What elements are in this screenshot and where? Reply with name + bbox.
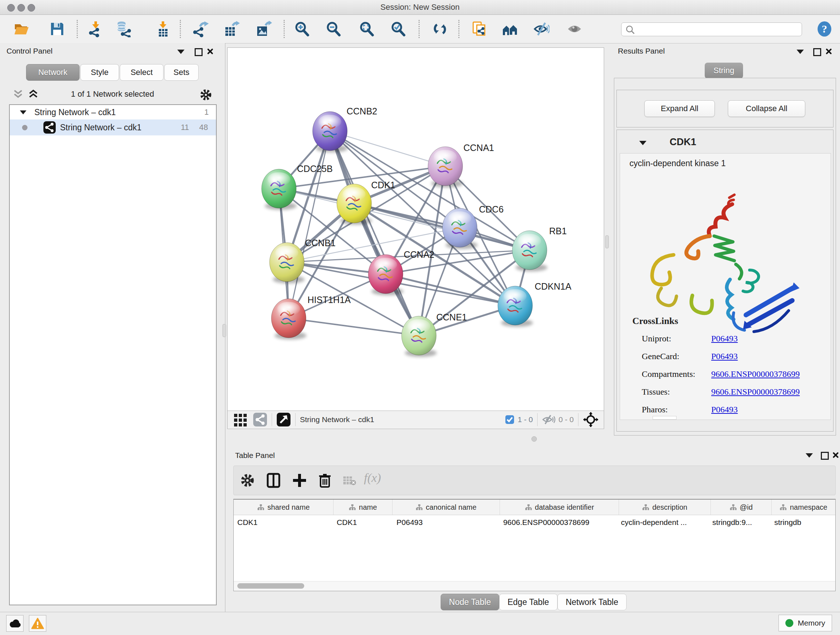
export-network-button[interactable]: [192, 21, 209, 37]
left-pane-divider-handle[interactable]: [223, 324, 226, 337]
results-panel-float-button[interactable]: [813, 48, 821, 57]
network-edge-CCNB2-CCNE1[interactable]: [330, 131, 419, 336]
control-panel-menu-button[interactable]: [177, 49, 185, 55]
table-settings-gear-icon[interactable]: [240, 472, 256, 488]
network-node-CDK1[interactable]: [337, 184, 372, 225]
cell-id[interactable]: stringdb:9...: [709, 518, 771, 527]
column-header-canonical-name[interactable]: canonical name: [393, 500, 500, 515]
zoom-fit-button[interactable]: [358, 21, 375, 37]
help-button[interactable]: ?: [816, 21, 833, 37]
function-builder-icon[interactable]: f(x): [364, 471, 396, 489]
tab-network[interactable]: Network: [26, 64, 80, 81]
cloud-status-button[interactable]: [6, 615, 24, 632]
control-panel-float-button[interactable]: [195, 48, 202, 57]
save-session-button[interactable]: [49, 21, 65, 37]
network-view-mode-icon[interactable]: [253, 412, 267, 427]
network-node-CCNE1[interactable]: [401, 316, 437, 357]
grid-view-icon[interactable]: [233, 412, 248, 427]
tab-style[interactable]: Style: [80, 64, 119, 81]
results-panel-menu-button[interactable]: [797, 49, 804, 55]
protein-name[interactable]: CDK1: [669, 136, 696, 148]
table-panel-float-button[interactable]: [821, 452, 829, 461]
import-network-from-file-button[interactable]: [87, 21, 104, 37]
column-header-database-identifier[interactable]: database identifier: [500, 500, 619, 515]
show-columns-icon[interactable]: [265, 472, 281, 488]
crosslink-genecard[interactable]: P06493: [711, 352, 800, 361]
network-node-CCNA1[interactable]: [428, 147, 463, 187]
tab-string[interactable]: String: [705, 63, 743, 79]
cell-namespace[interactable]: stringdb: [771, 518, 835, 527]
node-gloss: [448, 211, 471, 226]
network-edge-HIST1H1A-CCNE1[interactable]: [289, 318, 419, 336]
memory-button[interactable]: Memory: [778, 615, 832, 631]
scrollbar-thumb[interactable]: [237, 583, 304, 589]
network-node-CDC25B[interactable]: [262, 169, 297, 210]
delete-table-icon[interactable]: [343, 475, 356, 486]
column-header-name[interactable]: name: [333, 500, 393, 515]
warnings-button[interactable]: [29, 615, 46, 632]
network-node-CCNB1[interactable]: [270, 242, 305, 283]
apply-preferred-layout-button[interactable]: [431, 21, 448, 37]
horizontal-divider-handle[interactable]: [531, 436, 537, 442]
protein-expander-icon[interactable]: [639, 141, 646, 145]
first-neighbors-button[interactable]: [502, 21, 518, 37]
tab-network-table[interactable]: Network Table: [557, 594, 627, 610]
network-node-CCNB2[interactable]: [313, 111, 347, 152]
network-node-CCNA2[interactable]: [368, 255, 403, 295]
expand-all-button[interactable]: Expand All: [644, 100, 715, 117]
export-image-button[interactable]: [256, 21, 272, 37]
crosslink-uniprot[interactable]: P06493: [711, 334, 800, 344]
import-table-from-file-button[interactable]: [155, 21, 171, 37]
cell-name[interactable]: CDK1: [333, 518, 393, 527]
card-scrollbar[interactable]: [653, 416, 676, 420]
table-horizontal-scrollbar[interactable]: [234, 581, 835, 591]
crosshair-pan-icon[interactable]: [583, 412, 599, 428]
table-row[interactable]: CDK1 CDK1 P06493 9606.ENSP00000378699 cy…: [234, 515, 835, 530]
show-all-button[interactable]: [566, 21, 583, 37]
column-header-shared-name[interactable]: shared name: [234, 500, 333, 515]
open-session-button[interactable]: [13, 21, 30, 37]
crosslink-tissues[interactable]: 9606.ENSP00000378699: [711, 387, 800, 397]
selected-count-checkbox[interactable]: [505, 415, 514, 424]
cell-description[interactable]: cyclin-dependent ...: [617, 518, 709, 527]
network-options-gear-icon[interactable]: [200, 89, 212, 101]
crosslink-pharos[interactable]: P06493: [711, 405, 800, 415]
export-table-button[interactable]: [223, 21, 240, 37]
control-panel-close-button[interactable]: [206, 48, 213, 57]
delete-column-trash-icon[interactable]: [317, 472, 333, 488]
add-column-icon[interactable]: [292, 472, 308, 488]
crosslink-compartments[interactable]: 9606.ENSP00000378699: [711, 369, 800, 379]
cell-database-identifier[interactable]: 9606.ENSP00000378699: [500, 518, 617, 527]
zoom-in-button[interactable]: [294, 21, 310, 37]
cell-canonical-name[interactable]: P06493: [393, 518, 500, 527]
network-row[interactable]: String Network – cdk1 11 48: [10, 119, 216, 135]
network-node-RB1[interactable]: [512, 231, 547, 272]
network-node-HIST1H1A[interactable]: [271, 299, 306, 340]
birdseye-view-icon[interactable]: [276, 412, 291, 427]
network-node-CDKN1A[interactable]: [498, 286, 533, 327]
collapse-all-button[interactable]: Collapse All: [728, 100, 805, 117]
hide-selected-button[interactable]: [533, 21, 549, 37]
column-header-id[interactable]: @id: [711, 500, 772, 515]
results-panel-close-button[interactable]: [825, 48, 832, 57]
table-panel-menu-button[interactable]: [806, 453, 813, 459]
tab-edge-table[interactable]: Edge Table: [499, 594, 557, 610]
tab-select[interactable]: Select: [120, 64, 164, 81]
table-panel-close-button[interactable]: [832, 451, 839, 460]
column-header-namespace[interactable]: namespace: [772, 500, 835, 515]
import-network-from-database-button[interactable]: [116, 21, 133, 37]
column-header-description[interactable]: description: [619, 500, 711, 515]
new-network-from-selection-button[interactable]: [471, 21, 488, 37]
tab-sets[interactable]: Sets: [164, 64, 199, 81]
collection-expander-icon[interactable]: [20, 111, 27, 114]
search-input[interactable]: [638, 24, 798, 35]
network-collection-row[interactable]: String Network – cdk1 1: [10, 105, 216, 119]
zoom-out-icon: [325, 21, 342, 37]
network-canvas[interactable]: CCNB2CCNA1CDC25BCDK1CDC6RB1CCNB1CCNA2CDK…: [227, 48, 604, 410]
tab-node-table[interactable]: Node Table: [441, 594, 499, 610]
right-pane-divider-handle[interactable]: [605, 235, 609, 249]
zoom-out-button[interactable]: [325, 21, 342, 37]
zoom-selected-button[interactable]: [390, 21, 407, 37]
import-table-icon: [155, 21, 171, 37]
cell-shared-name[interactable]: CDK1: [234, 518, 333, 527]
